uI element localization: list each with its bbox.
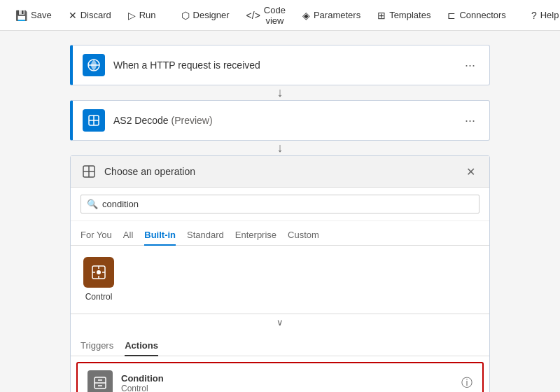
templates-button[interactable]: ⊞ Templates <box>370 6 438 24</box>
discard-button[interactable]: ✕ Discard <box>62 6 118 24</box>
condition-info-icon[interactable]: ⓘ <box>461 376 472 391</box>
arrow-2: ↓ <box>277 141 284 155</box>
condition-action-name: Condition <box>121 373 461 384</box>
control-icon-card[interactable]: Control <box>80 254 117 304</box>
search-icon: 🔍 <box>87 199 98 209</box>
as2-step-menu-button[interactable]: ··· <box>461 112 479 130</box>
help-button[interactable]: ? Help <box>524 6 560 24</box>
http-step-title: When a HTTP request is received <box>113 59 461 71</box>
control-icon-label: Control <box>85 292 113 302</box>
filter-tabs: For You All Built-in Standard Enterprise… <box>71 221 489 246</box>
tab-builtin[interactable]: Built-in <box>144 225 176 246</box>
chevron-down-icon: ∨ <box>276 317 284 328</box>
discard-icon: ✕ <box>69 10 77 21</box>
run-icon: ▷ <box>128 10 136 21</box>
condition-action-icon <box>88 370 113 392</box>
subtab-triggers[interactable]: Triggers <box>80 336 113 356</box>
search-area: 🔍 <box>71 188 489 221</box>
as2-step-card[interactable]: AS2 Decode (Preview) ··· <box>70 100 490 141</box>
action-item-condition[interactable]: Condition Control ⓘ <box>76 362 484 392</box>
toolbar: 💾 Save ✕ Discard ▷ Run ⬡ Designer </> Co… <box>0 0 560 31</box>
action-list: Condition Control ⓘ Until Control ⓘ <box>71 356 489 392</box>
parameters-button[interactable]: ◈ Parameters <box>295 6 368 24</box>
designer-button[interactable]: ⬡ Designer <box>174 6 237 24</box>
operation-panel-header: Choose an operation ✕ <box>71 156 489 188</box>
arrow-1: ↓ <box>277 85 284 100</box>
as2-step-title: AS2 Decode (Preview) <box>113 115 461 126</box>
tab-foryou[interactable]: For You <box>80 225 112 246</box>
sub-tabs: Triggers Actions <box>71 330 489 356</box>
operation-panel-title: Choose an operation <box>104 166 462 177</box>
http-step-card[interactable]: When a HTTP request is received ··· <box>70 45 490 85</box>
condition-action-text: Condition Control <box>121 373 461 393</box>
tab-standard[interactable]: Standard <box>187 225 224 246</box>
templates-icon: ⊞ <box>377 10 386 21</box>
search-box: 🔍 <box>80 195 479 214</box>
subtab-actions[interactable]: Actions <box>125 336 158 356</box>
save-button[interactable]: 💾 Save <box>8 6 59 24</box>
save-icon: 💾 <box>15 10 27 21</box>
as2-step-icon <box>83 109 105 132</box>
http-step-icon <box>83 54 105 76</box>
parameters-icon: ◈ <box>302 10 310 21</box>
connectors-icon: ⊏ <box>447 10 456 21</box>
codeview-button[interactable]: </> Code view <box>239 1 293 29</box>
tab-enterprise[interactable]: Enterprise <box>235 225 276 246</box>
codeview-icon: </> <box>246 10 260 21</box>
tab-all[interactable]: All <box>123 225 133 246</box>
operation-close-button[interactable]: ✕ <box>462 164 479 180</box>
operation-header-icon <box>80 163 97 180</box>
help-icon: ? <box>531 10 537 21</box>
designer-icon: ⬡ <box>181 10 190 21</box>
condition-action-sub: Control <box>121 384 461 393</box>
run-button[interactable]: ▷ Run <box>121 6 163 24</box>
tab-custom[interactable]: Custom <box>288 225 319 246</box>
svg-point-9 <box>97 270 101 274</box>
icons-section: Control <box>71 246 489 314</box>
control-icon-img <box>83 257 114 288</box>
expand-button[interactable]: ∨ <box>71 314 489 330</box>
main-canvas: When a HTTP request is received ··· ↓ AS… <box>0 31 560 392</box>
http-step-menu-button[interactable]: ··· <box>461 57 479 74</box>
search-input[interactable] <box>102 199 473 209</box>
connectors-button[interactable]: ⊏ Connectors <box>440 6 512 24</box>
operation-panel: Choose an operation ✕ 🔍 For You All Buil… <box>70 155 490 392</box>
